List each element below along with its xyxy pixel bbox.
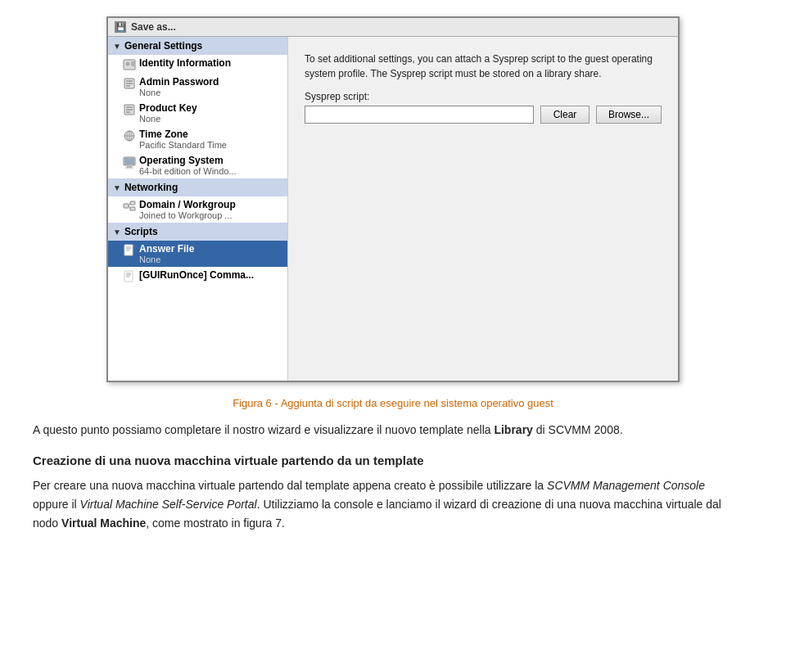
article-p1-rest: di SCVMM 2008.: [533, 423, 623, 436]
networking-arrow: ▼: [113, 183, 121, 192]
sysprep-field-group: Sysprep script: Clear Browse...: [305, 91, 662, 124]
info-text: To set additional settings, you can atta…: [305, 52, 662, 81]
dialog-title: Save as...: [131, 21, 176, 33]
product-key-content: Product Key None: [139, 102, 197, 124]
scripts-header[interactable]: ▼ Scripts: [108, 223, 287, 241]
svg-rect-22: [130, 201, 135, 205]
tree-item-guirunonce[interactable]: [GUIRunOnce] Comma...: [108, 267, 287, 286]
svg-rect-12: [126, 111, 130, 113]
svg-rect-23: [130, 207, 135, 210]
svg-rect-21: [124, 204, 129, 208]
clear-button[interactable]: Clear: [540, 106, 590, 124]
networking-label: Networking: [124, 182, 178, 193]
tree-item-product-key[interactable]: Product Key None: [108, 100, 287, 126]
article-p2-italic: SCVMM Management Console: [547, 479, 705, 492]
os-icon: [123, 156, 136, 169]
guirunonce-icon: [123, 270, 136, 283]
article-p2-bold: Virtual Machine: [61, 516, 146, 530]
answer-file-icon: [123, 244, 136, 257]
title-icon: 💾: [115, 21, 126, 33]
article-section-title: Creazione di una nuova macchina virtuale…: [33, 451, 737, 471]
timezone-value: Pacific Standard Time: [139, 140, 227, 150]
svg-rect-6: [126, 80, 133, 82]
svg-rect-18: [127, 166, 132, 168]
sysprep-label: Sysprep script:: [305, 91, 662, 102]
tree-item-os[interactable]: Operating System 64-bit edition of Windo…: [108, 152, 287, 178]
answer-file-label: Answer File: [139, 243, 194, 255]
svg-rect-19: [125, 168, 133, 169]
networking-header[interactable]: ▼ Networking: [108, 178, 287, 196]
svg-rect-7: [126, 83, 133, 84]
main-panel: To set additional settings, you can atta…: [288, 37, 678, 381]
scripts-arrow: ▼: [113, 228, 121, 237]
general-settings-label: General Settings: [124, 40, 202, 52]
figure-caption: Figura 6 - Aggiunta di script da eseguir…: [33, 397, 753, 409]
answer-file-value: None: [139, 255, 194, 264]
article-p2-italic2: Virtual Machine Self-Service Portal: [80, 498, 257, 511]
article-p2-text: Per creare una nuova macchina virtuale p…: [33, 479, 547, 492]
tree-item-admin-password[interactable]: Admin Password None: [108, 74, 287, 100]
domain-icon: [123, 200, 136, 213]
product-key-value: None: [139, 114, 197, 124]
answer-file-content: Answer File None: [139, 243, 194, 264]
admin-password-value: None: [139, 88, 219, 97]
product-key-label: Product Key: [139, 102, 197, 114]
tree-item-domain[interactable]: Domain / Workgroup Joined to Workgroup .…: [108, 196, 287, 223]
product-key-icon: [123, 103, 136, 116]
timezone-label: Time Zone: [139, 129, 227, 140]
domain-content: Domain / Workgroup Joined to Workgroup .…: [139, 199, 236, 220]
scripts-label: Scripts: [124, 226, 158, 237]
article-p1-bold: Library: [494, 423, 532, 436]
svg-point-1: [126, 62, 130, 66]
admin-password-icon: [123, 77, 136, 90]
guirunonce-label: [GUIRunOnce] Comma...: [139, 269, 254, 281]
article-p2-mid: oppure il: [33, 498, 80, 511]
browse-button[interactable]: Browse...: [596, 106, 662, 124]
article-paragraph-1: A questo punto possiamo completare il no…: [33, 421, 737, 440]
identity-icon: [123, 58, 136, 71]
tree-item-timezone[interactable]: Time Zone Pacific Standard Time: [108, 126, 287, 152]
os-label: Operating System: [139, 155, 237, 166]
guirunonce-content: [GUIRunOnce] Comma...: [139, 269, 254, 281]
domain-label: Domain / Workgroup: [139, 199, 236, 210]
identity-content: Identity Information: [139, 57, 231, 69]
save-as-dialog: 💾 Save as... ▼ General Settings: [106, 16, 680, 382]
svg-rect-11: [126, 109, 133, 110]
domain-value: Joined to Workgroup ...: [139, 210, 236, 220]
article-body: A questo punto possiamo completare il no…: [33, 421, 737, 533]
script-input-row: Clear Browse...: [305, 106, 662, 124]
script-input[interactable]: [305, 106, 534, 124]
svg-rect-10: [126, 106, 133, 108]
svg-rect-20: [124, 158, 134, 165]
tree-item-answer-file[interactable]: Answer File None: [108, 241, 287, 267]
timezone-icon: [123, 129, 136, 142]
article-p2-final: , come mostrato in figura 7.: [146, 516, 285, 530]
article-p1-text: A questo punto possiamo completare il no…: [33, 423, 494, 436]
dialog-sidebar: ▼ General Settings: [108, 37, 288, 381]
general-settings-header[interactable]: ▼ General Settings: [108, 37, 287, 55]
os-value: 64-bit edition of Windo...: [139, 166, 237, 176]
article-paragraph-2: Creazione di una nuova macchina virtuale…: [33, 451, 737, 533]
tree-item-identity[interactable]: Identity Information: [108, 55, 287, 74]
general-settings-arrow: ▼: [113, 42, 121, 51]
os-content: Operating System 64-bit edition of Windo…: [139, 155, 237, 176]
identity-label: Identity Information: [139, 57, 231, 69]
svg-rect-8: [126, 85, 130, 87]
dialog-wrapper: 💾 Save as... ▼ General Settings: [33, 16, 753, 382]
timezone-content: Time Zone Pacific Standard Time: [139, 129, 227, 150]
dialog-titlebar: 💾 Save as...: [108, 18, 678, 37]
admin-password-label: Admin Password: [139, 76, 219, 88]
admin-password-content: Admin Password None: [139, 76, 219, 97]
dialog-body: ▼ General Settings: [108, 37, 678, 381]
